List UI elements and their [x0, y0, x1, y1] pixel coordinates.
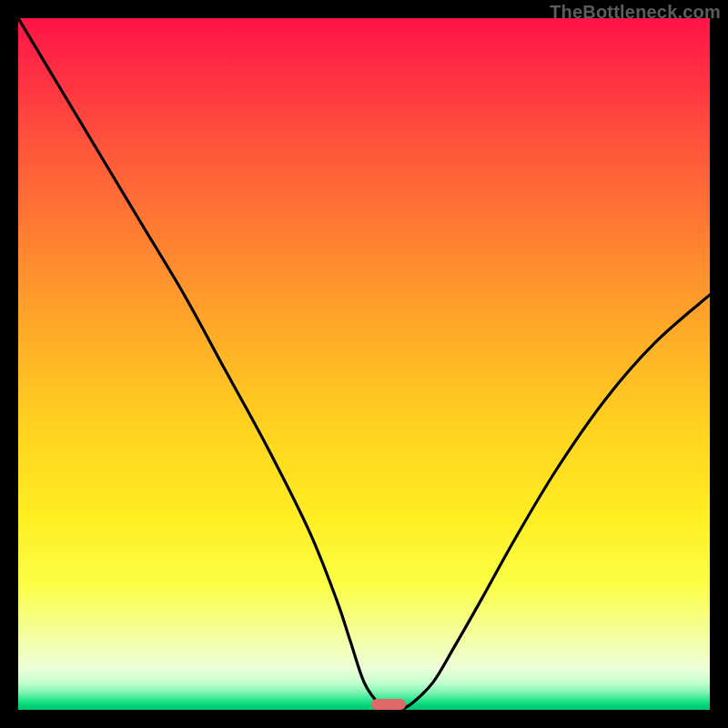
chart-frame: TheBottleneck.com: [0, 0, 728, 728]
plot-area: [18, 18, 710, 710]
curve-layer: [18, 18, 710, 710]
watermark-text: TheBottleneck.com: [550, 2, 721, 23]
bottleneck-curve: [18, 18, 710, 710]
minimum-marker: [371, 699, 406, 710]
